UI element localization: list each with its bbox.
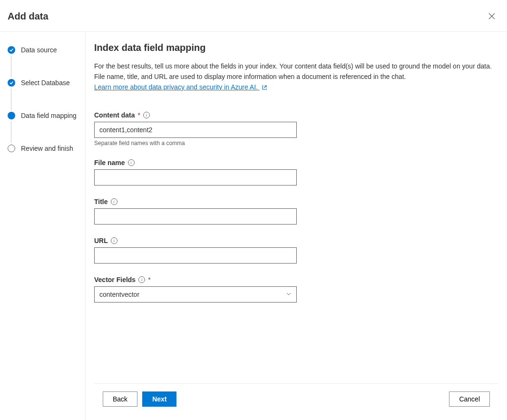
content-data-label: Content data — [94, 111, 135, 119]
url-input[interactable] — [94, 247, 297, 264]
cancel-button[interactable]: Cancel — [449, 391, 490, 407]
info-icon[interactable]: i — [128, 159, 135, 166]
current-step-icon — [8, 112, 15, 119]
step-label: Data field mapping — [21, 111, 77, 120]
vector-fields-label: Vector Fields — [94, 276, 136, 283]
file-name-input[interactable] — [94, 169, 297, 186]
info-icon[interactable]: i — [111, 237, 117, 244]
file-name-label: File name — [94, 159, 125, 166]
page-description: For the best results, tell us more about… — [94, 61, 498, 93]
step-connector — [11, 88, 11, 110]
back-button[interactable]: Back — [103, 391, 137, 407]
wizard-sidebar: Data source Select Database Data field m… — [0, 32, 86, 420]
external-link-icon — [262, 83, 267, 93]
step-data-field-mapping[interactable]: Data field mapping — [8, 111, 79, 120]
required-marker: * — [148, 276, 150, 283]
vector-fields-select[interactable]: contentvector — [94, 286, 297, 303]
chevron-down-icon — [286, 290, 292, 299]
step-label: Data source — [21, 45, 57, 55]
step-label: Review and finish — [21, 144, 73, 153]
learn-more-link[interactable]: Learn more about data privacy and securi… — [94, 83, 267, 91]
title-label: Title — [94, 198, 108, 205]
title-input[interactable] — [94, 208, 297, 225]
content-data-input[interactable] — [94, 122, 297, 138]
check-icon — [8, 79, 15, 87]
close-button[interactable] — [484, 9, 499, 24]
step-connector — [11, 56, 11, 77]
info-icon[interactable]: i — [143, 112, 150, 118]
url-label: URL — [94, 237, 108, 244]
description-text: For the best results, tell us more about… — [94, 62, 492, 80]
info-icon[interactable]: i — [111, 198, 117, 205]
link-label: Learn more about data privacy and securi… — [94, 83, 258, 91]
required-marker: * — [138, 111, 140, 119]
step-select-database[interactable]: Select Database — [8, 78, 79, 88]
next-button[interactable]: Next — [142, 391, 176, 407]
page-title: Index data field mapping — [94, 42, 498, 53]
vector-fields-value: contentvector — [99, 291, 139, 298]
close-icon — [488, 13, 495, 20]
step-label: Select Database — [21, 78, 70, 88]
step-connector — [11, 121, 11, 143]
upcoming-step-icon — [8, 145, 15, 152]
content-data-help: Separate field names with a comma — [94, 140, 498, 147]
check-icon — [8, 46, 15, 54]
dialog-title: Add data — [8, 11, 49, 22]
step-data-source[interactable]: Data source — [8, 45, 79, 55]
step-review-finish: Review and finish — [8, 144, 79, 153]
info-icon[interactable]: i — [138, 276, 145, 283]
